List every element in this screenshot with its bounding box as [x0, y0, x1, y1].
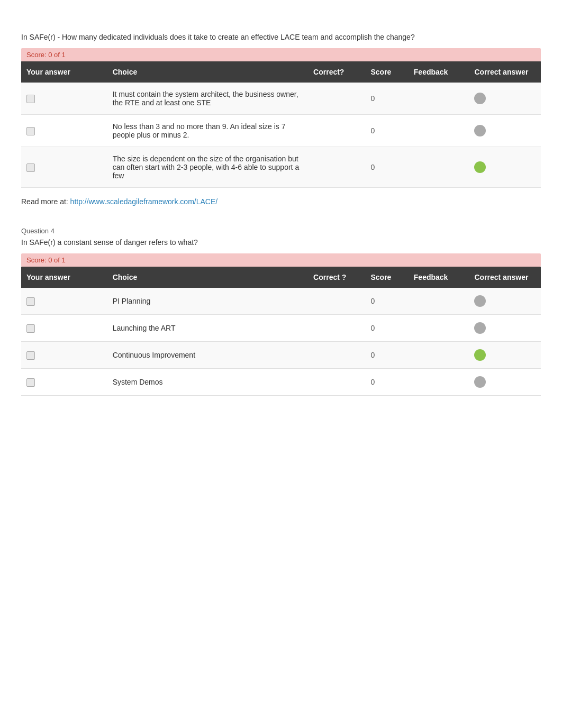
question4-text: In SAFe(r) a constant sense of danger re… [21, 237, 541, 248]
q4-correct-cell [308, 288, 365, 315]
correct-answer-icon-gray [474, 125, 486, 136]
q4-score-cell: 0 [365, 342, 408, 369]
correct-answer-icon-gray [474, 295, 486, 307]
q3-feedback-cell [409, 147, 469, 188]
q3-choice-cell: It must contain the system architect, th… [107, 83, 308, 115]
q4-correct-answer-cell [469, 288, 541, 315]
read-more-link[interactable]: http://www.scaledagileframework.com/LACE… [70, 197, 218, 206]
q3-table-row: It must contain the system architect, th… [21, 83, 541, 115]
correct-answer-icon-gray [474, 376, 486, 388]
q4-choice-cell: PI Planning [107, 288, 308, 315]
question4-number: Question 4 [21, 227, 541, 235]
question3-read-more: Read more at: http://www.scaledagilefram… [21, 197, 541, 206]
question3-score-bar: Score: 0 of 1 [21, 48, 541, 61]
q3-score-cell: 0 [365, 115, 408, 147]
question3-table: Your answer Choice Correct? Score Feedba… [21, 61, 541, 188]
q4-score-cell: 0 [365, 369, 408, 396]
question4-table: Your answer Choice Correct ? Score Feedb… [21, 267, 541, 396]
q4-header-your-answer: Your answer [21, 267, 107, 288]
q3-correct-cell [308, 147, 365, 188]
q3-correct-cell [308, 115, 365, 147]
q3-correct-answer-cell [469, 83, 541, 115]
q3-table-row: The size is dependent on the size of the… [21, 147, 541, 188]
q3-your-answer-cell [21, 83, 107, 115]
q4-header-correct: Correct ? [308, 267, 365, 288]
your-answer-checkbox [26, 378, 35, 387]
q4-your-answer-cell [21, 288, 107, 315]
q4-correct-answer-cell [469, 369, 541, 396]
question4-score-bar: Score: 0 of 1 [21, 253, 541, 267]
q4-correct-answer-cell [469, 342, 541, 369]
q4-choice-cell: System Demos [107, 369, 308, 396]
correct-answer-icon-green [474, 161, 486, 173]
q3-header-correct-answer: Correct answer [469, 61, 541, 83]
q4-feedback-cell [409, 315, 469, 342]
q4-correct-cell [308, 369, 365, 396]
correct-answer-icon-gray [474, 93, 486, 104]
q3-correct-cell [308, 83, 365, 115]
q3-choice-cell: The size is dependent on the size of the… [107, 147, 308, 188]
q4-score-cell: 0 [365, 288, 408, 315]
q3-header-your-answer: Your answer [21, 61, 107, 83]
q3-header-choice: Choice [107, 61, 308, 83]
q4-your-answer-cell [21, 315, 107, 342]
q4-table-row: System Demos 0 [21, 369, 541, 396]
question3-header-row: Your answer Choice Correct? Score Feedba… [21, 61, 541, 83]
your-answer-checkbox [26, 163, 35, 172]
your-answer-checkbox [26, 127, 35, 135]
q3-score-cell: 0 [365, 147, 408, 188]
q4-header-score: Score [365, 267, 408, 288]
your-answer-checkbox [26, 95, 35, 103]
q4-feedback-cell [409, 342, 469, 369]
q4-score-cell: 0 [365, 315, 408, 342]
your-answer-checkbox [26, 324, 35, 333]
q4-header-choice: Choice [107, 267, 308, 288]
q4-table-row: Launching the ART 0 [21, 315, 541, 342]
q3-choice-cell: No less than 3 and no more than 9. An id… [107, 115, 308, 147]
q3-score-cell: 0 [365, 83, 408, 115]
q4-correct-cell [308, 315, 365, 342]
q3-feedback-cell [409, 83, 469, 115]
correct-answer-icon-green [474, 349, 486, 361]
q4-choice-cell: Continuous Improvement [107, 342, 308, 369]
read-more-prefix: Read more at: [21, 197, 70, 206]
q4-header-correct-answer: Correct answer [469, 267, 541, 288]
q3-header-feedback: Feedback [409, 61, 469, 83]
q3-header-score: Score [365, 61, 408, 83]
q4-your-answer-cell [21, 342, 107, 369]
q3-correct-answer-cell [469, 147, 541, 188]
question4-block: Question 4 In SAFe(r) a constant sense o… [21, 227, 541, 396]
q3-correct-answer-cell [469, 115, 541, 147]
q3-feedback-cell [409, 115, 469, 147]
q4-table-row: Continuous Improvement 0 [21, 342, 541, 369]
q3-your-answer-cell [21, 147, 107, 188]
your-answer-checkbox [26, 297, 35, 306]
question3-block: In SAFe(r) - How many dedicated individu… [21, 32, 541, 206]
question3-text: In SAFe(r) - How many dedicated individu… [21, 32, 541, 43]
q4-feedback-cell [409, 369, 469, 396]
question3-score: Score: 0 of 1 [26, 51, 66, 59]
q3-your-answer-cell [21, 115, 107, 147]
question4-header-row: Your answer Choice Correct ? Score Feedb… [21, 267, 541, 288]
q4-choice-cell: Launching the ART [107, 315, 308, 342]
q3-header-correct: Correct? [308, 61, 365, 83]
q3-table-row: No less than 3 and no more than 9. An id… [21, 115, 541, 147]
q4-your-answer-cell [21, 369, 107, 396]
q4-header-feedback: Feedback [409, 267, 469, 288]
q4-correct-cell [308, 342, 365, 369]
q4-table-row: PI Planning 0 [21, 288, 541, 315]
correct-answer-icon-gray [474, 322, 486, 334]
q4-correct-answer-cell [469, 315, 541, 342]
your-answer-checkbox [26, 351, 35, 360]
q4-feedback-cell [409, 288, 469, 315]
question4-score: Score: 0 of 1 [26, 256, 66, 264]
